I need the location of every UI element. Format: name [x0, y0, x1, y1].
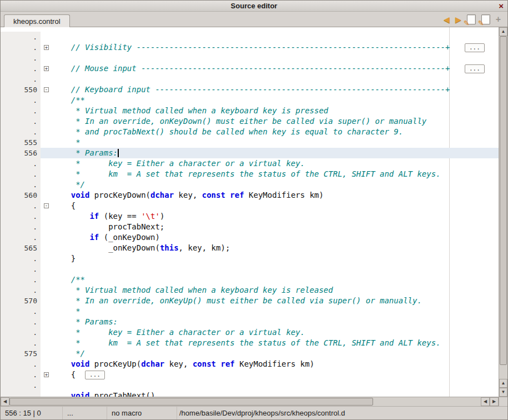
code-line[interactable]: .+ { ...	[1, 369, 499, 380]
scroll-left-button[interactable]: ◀	[1, 397, 9, 406]
scroll-up-button-secondary[interactable]: ▲	[499, 379, 507, 388]
code-line[interactable]: . if (key == '\t')	[1, 211, 499, 222]
left-arrow-icon: ◀	[3, 399, 7, 404]
code-token: * km = A set that represents the status …	[52, 338, 441, 347]
line-number: .	[1, 32, 41, 42]
code-line[interactable]: . /**	[1, 274, 499, 285]
code-token: // Keyboard input ----------------------…	[71, 85, 450, 94]
horizontal-scrollbar[interactable]: ◀ ◀ ▶	[1, 397, 499, 406]
fold-gutter	[41, 95, 52, 106]
line-number: .	[1, 274, 41, 285]
code-line[interactable]: . void procTabNext()	[1, 391, 499, 397]
code-line[interactable]: . * Virtual method called when a keyboar…	[1, 106, 499, 116]
code-line[interactable]: .	[1, 380, 499, 391]
fold-toggle-icon[interactable]: -	[44, 203, 49, 208]
tab-bar: kheops.control ◀ ▶ ✎ ✎ +	[1, 12, 507, 27]
code-line[interactable]: .	[1, 264, 499, 274]
window-title: Source editor	[1, 2, 507, 10]
scroll-down-button[interactable]: ▼	[499, 388, 507, 397]
fold-toggle-icon[interactable]: -	[44, 87, 49, 92]
code-line[interactable]: . void procKeyUp(dchar key, const ref Ke…	[1, 359, 499, 369]
up-arrow-icon: ▲	[501, 381, 506, 386]
code-line[interactable]: . * key = Either a character or a virtua…	[1, 158, 499, 169]
code-token: dchar	[141, 359, 164, 368]
vertical-scroll-thumb[interactable]	[500, 36, 507, 365]
close-icon[interactable]: ×	[499, 1, 504, 11]
scroll-right-button[interactable]: ▶	[490, 397, 499, 406]
fold-ellipsis-box[interactable]: ...	[85, 371, 105, 379]
back-arrow-icon: ◀	[444, 15, 450, 24]
code-line[interactable]: . * km = A set that represents the statu…	[1, 338, 499, 348]
code-text	[52, 74, 499, 84]
code-line[interactable]: . if (_onKeyDown)	[1, 232, 499, 243]
code-line[interactable]: . * key = Either a character or a virtua…	[1, 327, 499, 338]
code-line[interactable]: 570 * In an override, onKeyUp() must eit…	[1, 296, 499, 306]
code-line[interactable]: . */	[1, 179, 499, 190]
code-line[interactable]: . * Params:	[1, 317, 499, 327]
code-token	[52, 43, 71, 52]
move-handle[interactable]: +	[496, 14, 502, 24]
code-line[interactable]: .+ // Visibility -----------------------…	[1, 42, 499, 53]
code-line[interactable]: . * and procTabNext() should be called w…	[1, 127, 499, 137]
code-text: // Mouse input -------------------------…	[52, 63, 499, 74]
vertical-scrollbar[interactable]: ▲ ▲ ▼	[499, 27, 507, 397]
line-number: .	[1, 369, 41, 380]
code-line[interactable]: .	[1, 74, 499, 84]
line-number: .	[1, 169, 41, 179]
code-token: )	[160, 212, 164, 221]
fold-toggle-icon[interactable]: +	[44, 45, 49, 50]
fold-gutter	[41, 116, 52, 127]
code-text: /**	[52, 274, 499, 285]
code-line[interactable]: 560 void procKeyDown(dchar key, const re…	[1, 190, 499, 201]
code-line[interactable]: 556 * Params:	[1, 148, 499, 158]
code-line[interactable]: . * Virtual method called when a keyboar…	[1, 285, 499, 296]
code-text: * km = A set that represents the status …	[52, 169, 499, 179]
code-line[interactable]: .- {	[1, 201, 499, 211]
line-number: .	[1, 232, 41, 243]
titlebar[interactable]: Source editor ×	[1, 1, 507, 12]
code-line[interactable]: 555 *	[1, 137, 499, 148]
code-line[interactable]: . * In an override, onKeyDown() must eit…	[1, 116, 499, 127]
fold-gutter	[41, 338, 52, 348]
code-line[interactable]: . }	[1, 253, 499, 264]
line-number: .	[1, 264, 41, 274]
code-token	[52, 191, 71, 199]
nav-back-button[interactable]: ◀	[444, 14, 450, 24]
line-number: 556	[1, 148, 41, 158]
tab-kheops-control[interactable]: kheops.control	[4, 14, 70, 27]
code-line[interactable]: . *	[1, 306, 499, 317]
horizontal-scroll-thumb[interactable]	[9, 398, 373, 406]
fold-ellipsis-box[interactable]: ...	[465, 64, 485, 73]
scroll-left-button-secondary[interactable]: ◀	[481, 397, 490, 406]
vertical-scroll-track[interactable]	[499, 365, 507, 379]
code-token: /**	[52, 275, 85, 284]
code-line[interactable]: .	[1, 53, 499, 63]
code-text: void procKeyDown(dchar key, const ref Ke…	[52, 190, 499, 201]
file-action-button-1[interactable]: ✎	[467, 14, 476, 24]
code-line[interactable]: . procTabNext;	[1, 222, 499, 232]
fold-gutter	[41, 179, 52, 190]
code-line[interactable]: 575 */	[1, 348, 499, 359]
down-arrow-icon: ▼	[501, 390, 506, 394]
scroll-up-button[interactable]: ▲	[499, 27, 507, 36]
nav-forward-button[interactable]: ▶	[455, 14, 461, 24]
code-line[interactable]: . * km = A set that represents the statu…	[1, 169, 499, 179]
code-line[interactable]: 565 _onKeyDown(this, key, km);	[1, 243, 499, 253]
code-line[interactable]: . /**	[1, 95, 499, 106]
code-text: * key = Either a character or a virtual …	[52, 327, 499, 338]
code-line[interactable]: .+ // Mouse input ----------------------…	[1, 63, 499, 74]
code-text: _onKeyDown(this, key, km);	[52, 243, 499, 253]
fold-gutter	[41, 169, 52, 179]
code-line[interactable]: .	[1, 32, 499, 42]
fold-gutter	[41, 243, 52, 253]
code-editor[interactable]: ..+ // Visibility ----------------------…	[1, 27, 507, 397]
macro-status: no macro	[107, 407, 177, 419]
code-line[interactable]: 550- // Keyboard input -----------------…	[1, 84, 499, 95]
horizontal-scroll-track[interactable]	[373, 397, 481, 406]
fold-toggle-icon[interactable]: +	[44, 372, 49, 377]
code-text: * Params:	[52, 148, 499, 158]
fold-ellipsis-box[interactable]: ...	[465, 43, 485, 52]
fold-toggle-icon[interactable]: +	[44, 66, 49, 71]
code-token: * Params:	[52, 148, 118, 157]
file-action-button-2[interactable]: ✎	[481, 14, 490, 24]
